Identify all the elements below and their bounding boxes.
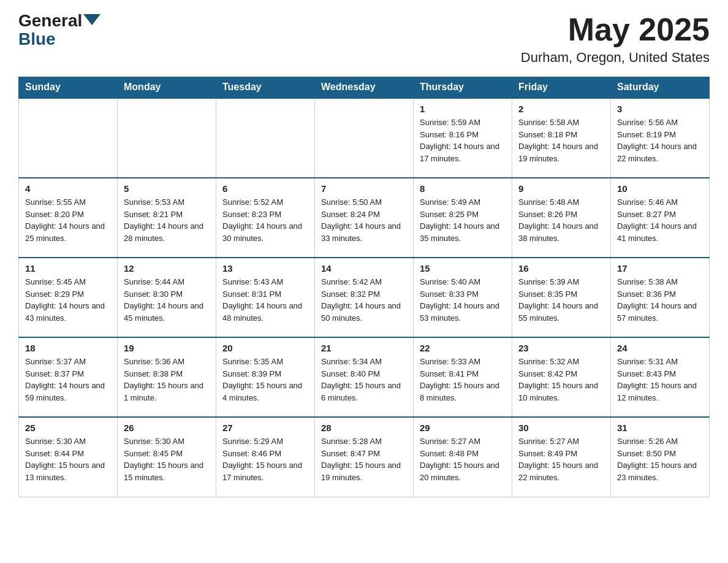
day-number: 26 xyxy=(124,423,210,433)
calendar-cell xyxy=(315,98,414,178)
day-info: Sunrise: 5:33 AM Sunset: 8:41 PM Dayligh… xyxy=(420,356,506,404)
calendar-cell xyxy=(216,98,315,178)
calendar-cell: 24Sunrise: 5:31 AM Sunset: 8:43 PM Dayli… xyxy=(611,337,710,417)
location-subtitle: Durham, Oregon, United States xyxy=(521,50,710,66)
calendar-table: SundayMondayTuesdayWednesdayThursdayFrid… xyxy=(18,77,710,497)
calendar-cell: 30Sunrise: 5:27 AM Sunset: 8:49 PM Dayli… xyxy=(512,417,611,497)
day-info: Sunrise: 5:59 AM Sunset: 8:16 PM Dayligh… xyxy=(420,117,506,164)
calendar-cell: 13Sunrise: 5:43 AM Sunset: 8:31 PM Dayli… xyxy=(216,258,315,337)
logo: General xyxy=(18,12,100,29)
calendar-header-sunday: Sunday xyxy=(19,77,118,98)
calendar-cell: 10Sunrise: 5:46 AM Sunset: 8:27 PM Dayli… xyxy=(611,178,710,258)
calendar-header-friday: Friday xyxy=(512,77,611,98)
calendar-header-saturday: Saturday xyxy=(611,77,710,98)
calendar-cell: 28Sunrise: 5:28 AM Sunset: 8:47 PM Dayli… xyxy=(315,417,414,497)
day-info: Sunrise: 5:26 AM Sunset: 8:50 PM Dayligh… xyxy=(617,435,703,483)
calendar-cell: 23Sunrise: 5:32 AM Sunset: 8:42 PM Dayli… xyxy=(512,337,611,417)
logo-triangle-icon xyxy=(83,14,100,25)
day-number: 24 xyxy=(617,343,703,353)
day-info: Sunrise: 5:28 AM Sunset: 8:47 PM Dayligh… xyxy=(321,435,407,483)
calendar-cell: 2Sunrise: 5:58 AM Sunset: 8:18 PM Daylig… xyxy=(512,98,611,178)
day-info: Sunrise: 5:52 AM Sunset: 8:23 PM Dayligh… xyxy=(222,196,308,244)
calendar-cell: 3Sunrise: 5:56 AM Sunset: 8:19 PM Daylig… xyxy=(611,98,710,178)
day-number: 15 xyxy=(420,263,506,274)
calendar-cell: 20Sunrise: 5:35 AM Sunset: 8:39 PM Dayli… xyxy=(216,337,315,417)
calendar-cell: 4Sunrise: 5:55 AM Sunset: 8:20 PM Daylig… xyxy=(19,178,118,258)
calendar-cell: 26Sunrise: 5:30 AM Sunset: 8:45 PM Dayli… xyxy=(118,417,216,497)
calendar-cell: 25Sunrise: 5:30 AM Sunset: 8:44 PM Dayli… xyxy=(19,417,118,497)
day-number: 14 xyxy=(321,263,407,274)
calendar-cell: 16Sunrise: 5:39 AM Sunset: 8:35 PM Dayli… xyxy=(512,258,611,337)
calendar-week-row: 25Sunrise: 5:30 AM Sunset: 8:44 PM Dayli… xyxy=(19,417,710,497)
day-number: 1 xyxy=(420,104,506,114)
calendar-week-row: 4Sunrise: 5:55 AM Sunset: 8:20 PM Daylig… xyxy=(19,178,710,258)
logo-general-text: General xyxy=(18,12,82,29)
day-info: Sunrise: 5:45 AM Sunset: 8:29 PM Dayligh… xyxy=(25,276,111,324)
day-info: Sunrise: 5:50 AM Sunset: 8:24 PM Dayligh… xyxy=(321,196,407,244)
day-number: 7 xyxy=(321,183,407,194)
day-number: 25 xyxy=(25,423,111,433)
day-info: Sunrise: 5:38 AM Sunset: 8:36 PM Dayligh… xyxy=(617,276,703,324)
day-number: 23 xyxy=(518,343,604,353)
calendar-cell: 7Sunrise: 5:50 AM Sunset: 8:24 PM Daylig… xyxy=(315,178,414,258)
calendar-header-monday: Monday xyxy=(118,77,216,98)
calendar-cell: 9Sunrise: 5:48 AM Sunset: 8:26 PM Daylig… xyxy=(512,178,611,258)
calendar-cell: 31Sunrise: 5:26 AM Sunset: 8:50 PM Dayli… xyxy=(611,417,710,497)
day-number: 16 xyxy=(518,263,604,274)
day-info: Sunrise: 5:49 AM Sunset: 8:25 PM Dayligh… xyxy=(420,196,506,244)
header: General Blue May 2025 Durham, Oregon, Un… xyxy=(18,12,710,66)
calendar-header-row: SundayMondayTuesdayWednesdayThursdayFrid… xyxy=(19,77,710,98)
calendar-cell: 27Sunrise: 5:29 AM Sunset: 8:46 PM Dayli… xyxy=(216,417,315,497)
month-year-title: May 2025 xyxy=(521,12,710,47)
calendar-cell: 14Sunrise: 5:42 AM Sunset: 8:32 PM Dayli… xyxy=(315,258,414,337)
day-number: 10 xyxy=(617,183,703,194)
day-number: 13 xyxy=(222,263,308,274)
day-info: Sunrise: 5:32 AM Sunset: 8:42 PM Dayligh… xyxy=(518,356,604,404)
day-info: Sunrise: 5:46 AM Sunset: 8:27 PM Dayligh… xyxy=(617,196,703,244)
day-number: 28 xyxy=(321,423,407,433)
day-number: 21 xyxy=(321,343,407,353)
day-info: Sunrise: 5:30 AM Sunset: 8:44 PM Dayligh… xyxy=(25,435,111,483)
day-info: Sunrise: 5:27 AM Sunset: 8:48 PM Dayligh… xyxy=(420,435,506,483)
day-info: Sunrise: 5:31 AM Sunset: 8:43 PM Dayligh… xyxy=(617,356,703,404)
calendar-header-tuesday: Tuesday xyxy=(216,77,315,98)
day-info: Sunrise: 5:39 AM Sunset: 8:35 PM Dayligh… xyxy=(518,276,604,324)
day-number: 30 xyxy=(518,423,604,433)
day-info: Sunrise: 5:53 AM Sunset: 8:21 PM Dayligh… xyxy=(124,196,210,244)
day-number: 19 xyxy=(124,343,210,353)
day-info: Sunrise: 5:36 AM Sunset: 8:38 PM Dayligh… xyxy=(124,356,210,404)
calendar-week-row: 18Sunrise: 5:37 AM Sunset: 8:37 PM Dayli… xyxy=(19,337,710,417)
calendar-header-wednesday: Wednesday xyxy=(315,77,414,98)
calendar-cell: 5Sunrise: 5:53 AM Sunset: 8:21 PM Daylig… xyxy=(118,178,216,258)
day-info: Sunrise: 5:30 AM Sunset: 8:45 PM Dayligh… xyxy=(124,435,210,483)
day-number: 6 xyxy=(222,183,308,194)
calendar-cell: 21Sunrise: 5:34 AM Sunset: 8:40 PM Dayli… xyxy=(315,337,414,417)
calendar-cell: 18Sunrise: 5:37 AM Sunset: 8:37 PM Dayli… xyxy=(19,337,118,417)
day-number: 2 xyxy=(518,104,604,114)
calendar-cell: 29Sunrise: 5:27 AM Sunset: 8:48 PM Dayli… xyxy=(414,417,512,497)
day-info: Sunrise: 5:56 AM Sunset: 8:19 PM Dayligh… xyxy=(617,117,703,164)
day-number: 12 xyxy=(124,263,210,274)
day-number: 31 xyxy=(617,423,703,433)
day-number: 22 xyxy=(420,343,506,353)
day-number: 5 xyxy=(124,183,210,194)
calendar-week-row: 11Sunrise: 5:45 AM Sunset: 8:29 PM Dayli… xyxy=(19,258,710,337)
day-info: Sunrise: 5:27 AM Sunset: 8:49 PM Dayligh… xyxy=(518,435,604,483)
calendar-cell: 19Sunrise: 5:36 AM Sunset: 8:38 PM Dayli… xyxy=(118,337,216,417)
day-info: Sunrise: 5:58 AM Sunset: 8:18 PM Dayligh… xyxy=(518,117,604,164)
calendar-cell: 17Sunrise: 5:38 AM Sunset: 8:36 PM Dayli… xyxy=(611,258,710,337)
calendar-cell: 11Sunrise: 5:45 AM Sunset: 8:29 PM Dayli… xyxy=(19,258,118,337)
logo-blue-text: Blue xyxy=(18,29,56,49)
day-number: 3 xyxy=(617,104,703,114)
day-info: Sunrise: 5:37 AM Sunset: 8:37 PM Dayligh… xyxy=(25,356,111,404)
calendar-week-row: 1Sunrise: 5:59 AM Sunset: 8:16 PM Daylig… xyxy=(19,98,710,178)
day-number: 29 xyxy=(420,423,506,433)
day-number: 4 xyxy=(25,183,111,194)
calendar-cell: 8Sunrise: 5:49 AM Sunset: 8:25 PM Daylig… xyxy=(414,178,512,258)
day-info: Sunrise: 5:44 AM Sunset: 8:30 PM Dayligh… xyxy=(124,276,210,324)
day-number: 17 xyxy=(617,263,703,274)
day-info: Sunrise: 5:29 AM Sunset: 8:46 PM Dayligh… xyxy=(222,435,308,483)
day-number: 11 xyxy=(25,263,111,274)
calendar-cell: 12Sunrise: 5:44 AM Sunset: 8:30 PM Dayli… xyxy=(118,258,216,337)
day-number: 18 xyxy=(25,343,111,353)
